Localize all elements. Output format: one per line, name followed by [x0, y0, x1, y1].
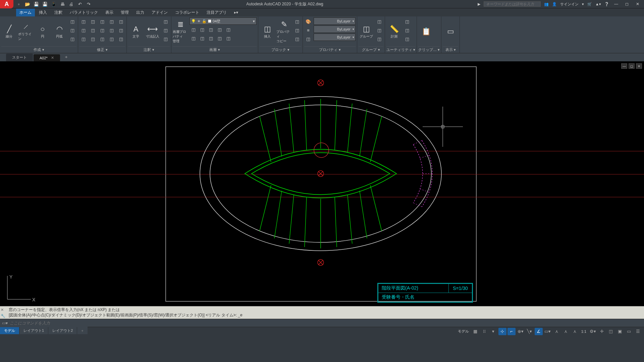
btn-ポリライン[interactable]: ⟋ポリライン — [18, 17, 34, 46]
panel-title[interactable]: 表示 ▾ — [443, 46, 458, 53]
panel-title[interactable]: プロパティ ▾ — [304, 46, 356, 53]
layer-tool-icon[interactable]: ◫ — [198, 25, 206, 34]
btn-文字[interactable]: A文字 — [128, 17, 144, 46]
tool-icon[interactable]: ◫ — [293, 17, 301, 25]
layer-tool-icon[interactable]: ◫ — [190, 25, 198, 34]
vp-minimize-button[interactable]: — — [621, 63, 627, 69]
panel-title[interactable]: 作成 ▾ — [1, 46, 76, 53]
polar-toggle[interactable]: ⊕▾ — [517, 328, 525, 335]
menu-アドイン[interactable]: アドイン — [148, 9, 171, 16]
btn-グループ[interactable]: ◫グループ — [359, 17, 374, 46]
status-space[interactable]: モデル — [457, 329, 470, 334]
layer-tool-icon[interactable]: ◫ — [224, 25, 232, 34]
layout-tab-レイアウト1[interactable]: レイアウト1 — [19, 327, 48, 334]
panel-title[interactable]: 修正 ▾ — [79, 46, 125, 53]
layer-tool-icon[interactable]: ◫ — [207, 34, 215, 42]
ortho-toggle[interactable]: ⌐ — [507, 328, 516, 335]
menu-表示[interactable]: 表示 — [102, 9, 117, 16]
clean-icon[interactable]: ▭ — [625, 328, 633, 335]
btn-線分[interactable]: ╱線分 — [1, 17, 17, 46]
tool-icon[interactable]: ◫ — [117, 17, 125, 25]
tool-icon[interactable]: ◫ — [375, 26, 383, 34]
restore-button[interactable]: ◻ — [623, 1, 631, 7]
file-tab-スタート[interactable]: スタート — [6, 54, 33, 61]
tool-icon[interactable]: ◫ — [98, 26, 106, 34]
dyn-toggle[interactable]: ⊹ — [498, 328, 506, 335]
prop-lw-dropdown[interactable]: ByLayer — [314, 25, 356, 33]
file-tab-A02*[interactable]: A02*✕ — [34, 54, 60, 61]
model-canvas[interactable]: Y X — [0, 61, 644, 306]
panel-title[interactable]: ブロック ▾ — [260, 46, 301, 53]
play-icon[interactable]: ▶ — [478, 2, 480, 6]
tool-icon[interactable]: ◫ — [79, 26, 88, 34]
undo-icon[interactable]: ↶ — [76, 1, 83, 7]
menu-コラボレート[interactable]: コラボレート — [172, 9, 203, 16]
tool-icon[interactable]: ◫ — [89, 26, 97, 34]
tool-icon[interactable]: ◫ — [403, 35, 411, 43]
tool-icon[interactable]: ◫ — [98, 17, 106, 25]
anno2-icon[interactable]: ⋏ — [562, 328, 570, 335]
osnap-toggle[interactable]: ╲▾ — [526, 328, 534, 335]
tool-icon[interactable]: ◫ — [162, 17, 170, 25]
menu-注目アプリ[interactable]: 注目アプリ — [203, 9, 230, 16]
menu-注釈[interactable]: 注釈 — [51, 9, 66, 16]
chevron-down-icon[interactable]: ▾ — [582, 2, 584, 6]
layer-tool-icon[interactable]: ◫ — [207, 25, 215, 34]
signin-link[interactable]: サインイン — [560, 2, 579, 7]
layer-dropdown[interactable]: 💡☀🔓04壁▾ — [190, 17, 257, 25]
close-button[interactable]: ✕ — [634, 1, 641, 7]
menu-ホーム[interactable]: ホーム — [16, 9, 35, 16]
menu-挿入[interactable]: 挿入 — [36, 9, 50, 16]
prop-lt-dropdown[interactable]: ByLayer — [314, 34, 356, 41]
btn-[interactable]: 📋 — [418, 17, 434, 46]
user-icon[interactable]: 👤 — [552, 2, 557, 6]
layer-tool-icon[interactable]: ◫ — [198, 34, 206, 42]
web-icon[interactable]: 📱 — [50, 1, 57, 7]
snap-toggle[interactable]: ⁞⁞ — [480, 328, 488, 335]
tool-icon[interactable]: ◫ — [403, 26, 411, 34]
command-input[interactable] — [10, 321, 642, 325]
new-tab-button[interactable]: ＋ — [61, 53, 72, 61]
anno3-icon[interactable]: ⋏ — [571, 328, 579, 335]
print-icon[interactable]: 🖨 — [68, 1, 74, 7]
otrack-toggle[interactable]: ∠ — [535, 328, 543, 335]
hw-icon[interactable]: ▣ — [616, 328, 624, 335]
redo-icon[interactable]: ↷ — [85, 1, 92, 7]
tool-icon[interactable]: ◫ — [79, 35, 88, 43]
anno-icon[interactable]: ⋏ — [553, 328, 561, 335]
tool-icon[interactable]: ◫ — [108, 26, 116, 34]
cmd-close-icon[interactable]: ✕ — [1, 307, 5, 312]
tool-icon[interactable]: ◫ — [375, 35, 383, 43]
help-icon[interactable]: ❔ — [604, 2, 609, 6]
menu-switch-icon[interactable]: ▸▾ — [231, 9, 241, 16]
tool-icon[interactable]: ◫ — [293, 35, 301, 43]
tool-icon[interactable]: ◫ — [89, 17, 97, 25]
btn-計測[interactable]: 📏計測 — [386, 17, 402, 46]
tool-icon[interactable]: ◫ — [162, 26, 170, 34]
menu-パラメトリック[interactable]: パラメトリック — [66, 9, 101, 16]
cmd-wrench-icon[interactable]: 🔧 — [1, 313, 5, 318]
lwt-toggle[interactable]: ▭▾ — [544, 328, 552, 335]
search-input[interactable] — [484, 1, 541, 7]
menu-出力[interactable]: 出力 — [133, 9, 148, 16]
cart-icon[interactable]: 🛒 — [587, 2, 592, 6]
tool-icon[interactable]: ◫ — [117, 35, 125, 43]
drawing-area[interactable]: Y X — ◻ ✕ 階段平面図(A-02) S=1/30 受験番号・氏名 — [0, 61, 644, 306]
tool-icon[interactable]: ◫ — [403, 17, 411, 25]
cmd-prompt-icon[interactable]: ▭▾ — [2, 321, 8, 325]
custom-icon[interactable]: ☰ — [634, 328, 642, 335]
btn-[interactable]: ▭ — [443, 17, 458, 46]
command-history[interactable]: ✕ 🔧 窓のコーナーを指定、表示倍率を入力(nX または nXP) または [図… — [0, 306, 644, 319]
panel-title[interactable]: 注釈 ▾ — [128, 46, 170, 53]
tool-icon[interactable]: ◫ — [79, 17, 88, 25]
save-icon[interactable]: 💾 — [33, 1, 40, 7]
plot-icon[interactable]: 🖶 — [59, 1, 66, 7]
layer-tool-icon[interactable]: ◫ — [216, 34, 224, 42]
new-icon[interactable]: ▫ — [15, 1, 22, 7]
app-switcher-icon[interactable]: ▲▾ — [595, 2, 601, 6]
panel-title[interactable]: グループ ▾ — [359, 46, 383, 53]
open-icon[interactable]: 📂 — [24, 1, 31, 7]
prop-icon[interactable]: 🎨 — [304, 17, 312, 25]
tab-close-icon[interactable]: ✕ — [51, 56, 54, 60]
menu-管理[interactable]: 管理 — [117, 9, 132, 16]
